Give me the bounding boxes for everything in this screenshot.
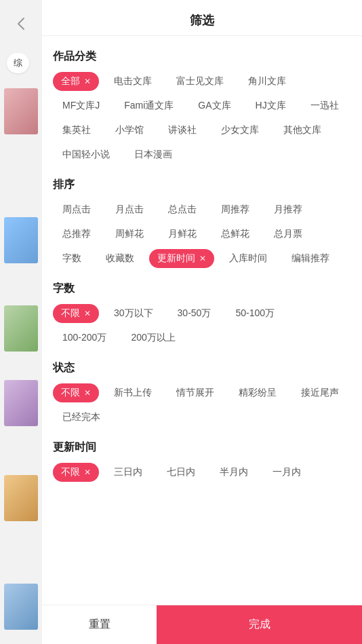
tag-不限-word[interactable]: 不限 ✕ bbox=[53, 304, 99, 323]
book-cover-1 bbox=[4, 88, 38, 134]
tag-情节展开[interactable]: 情节展开 bbox=[167, 383, 224, 402]
close-icon: ✕ bbox=[84, 309, 91, 318]
left-panel: 综 bbox=[0, 0, 42, 644]
tag-小学馆[interactable]: 小学馆 bbox=[106, 121, 153, 140]
tag-hj文库[interactable]: HJ文库 bbox=[246, 96, 296, 115]
tag-编辑推荐[interactable]: 编辑推荐 bbox=[282, 249, 339, 268]
tag-一月内[interactable]: 一月内 bbox=[263, 463, 310, 482]
tag-不限-time[interactable]: 不限 ✕ bbox=[53, 463, 99, 482]
tag-月点击[interactable]: 月点击 bbox=[106, 200, 153, 219]
tag-周点击[interactable]: 周点击 bbox=[53, 200, 100, 219]
tag-ga文库[interactable]: GA文库 bbox=[188, 96, 240, 115]
status-tags: 不限 ✕ 新书上传 情节展开 精彩纷呈 接近尾声 已经完本 bbox=[53, 383, 351, 427]
tag-字数[interactable]: 字数 bbox=[53, 249, 91, 268]
book-cover-5 bbox=[4, 475, 38, 521]
tag-周鲜花[interactable]: 周鲜花 bbox=[106, 225, 153, 244]
tag-一迅社[interactable]: 一迅社 bbox=[301, 96, 348, 115]
section-update-time-title: 更新时间 bbox=[53, 440, 351, 455]
tag-周推荐[interactable]: 周推荐 bbox=[212, 200, 259, 219]
close-icon: ✕ bbox=[84, 388, 91, 398]
tag-总鲜花[interactable]: 总鲜花 bbox=[212, 225, 259, 244]
close-icon: ✕ bbox=[84, 468, 91, 477]
tag-三日内[interactable]: 三日内 bbox=[104, 463, 152, 482]
tag-讲谈社[interactable]: 讲谈社 bbox=[159, 121, 206, 140]
book-cover-3 bbox=[4, 305, 38, 352]
tag-富士见文库[interactable]: 富士见文库 bbox=[167, 72, 233, 91]
tag-fami通文库[interactable]: Fami通文库 bbox=[115, 96, 183, 115]
page-title: 筛选 bbox=[190, 14, 214, 27]
tag-日本漫画[interactable]: 日本漫画 bbox=[125, 145, 182, 164]
back-button[interactable] bbox=[11, 14, 31, 34]
tag-全部[interactable]: 全部 ✕ bbox=[53, 72, 99, 91]
section-word-count-title: 字数 bbox=[53, 282, 351, 296]
tag-精彩纷呈[interactable]: 精彩纷呈 bbox=[229, 383, 286, 402]
section-category-title: 作品分类 bbox=[53, 50, 351, 64]
section-status: 状态 不限 ✕ 新书上传 情节展开 精彩纷呈 接近尾声 已经完本 bbox=[53, 361, 351, 427]
tag-总月票[interactable]: 总月票 bbox=[264, 225, 312, 244]
tab-综[interactable]: 综 bbox=[7, 53, 29, 73]
tag-已经完本[interactable]: 已经完本 bbox=[53, 408, 110, 427]
tag-200万以上[interactable]: 200万以上 bbox=[121, 328, 184, 347]
confirm-button[interactable]: 完成 bbox=[157, 605, 362, 644]
tag-集英社[interactable]: 集英社 bbox=[53, 121, 100, 140]
tag-mf文库j[interactable]: MF文库J bbox=[53, 96, 109, 115]
close-icon: ✕ bbox=[84, 77, 91, 86]
tag-七日内[interactable]: 七日内 bbox=[157, 463, 205, 482]
tag-电击文库[interactable]: 电击文库 bbox=[104, 72, 161, 91]
tag-50-100万[interactable]: 50-100万 bbox=[226, 304, 284, 323]
content-area: 作品分类 全部 ✕ 电击文库 富士见文库 角川文库 MF文库J Fami通文库 … bbox=[42, 36, 362, 605]
header: 筛选 bbox=[42, 0, 362, 36]
footer: 重置 完成 bbox=[42, 605, 362, 644]
close-icon: ✕ bbox=[199, 254, 206, 263]
tag-半月内[interactable]: 半月内 bbox=[210, 463, 258, 482]
tag-月推荐[interactable]: 月推荐 bbox=[264, 200, 312, 219]
sort-tags: 周点击 月点击 总点击 周推荐 月推荐 总推荐 周鲜花 月鲜花 总鲜花 总月票 … bbox=[53, 200, 351, 268]
tag-新书上传[interactable]: 新书上传 bbox=[104, 383, 161, 402]
tag-入库时间[interactable]: 入库时间 bbox=[220, 249, 277, 268]
section-sort-title: 排序 bbox=[53, 178, 351, 192]
tag-总推荐[interactable]: 总推荐 bbox=[53, 225, 100, 244]
right-panel: 筛选 作品分类 全部 ✕ 电击文库 富士见文库 角川文库 MF文库J Fami通… bbox=[42, 0, 362, 644]
tag-更新时间[interactable]: 更新时间 ✕ bbox=[149, 249, 214, 268]
tag-月鲜花[interactable]: 月鲜花 bbox=[159, 225, 206, 244]
tag-接近尾声[interactable]: 接近尾声 bbox=[291, 383, 348, 402]
screen: 综 筛选 作品分类 全部 ✕ 电击文库 富士见文库 bbox=[0, 0, 362, 644]
tag-不限-status[interactable]: 不限 ✕ bbox=[53, 383, 99, 402]
section-status-title: 状态 bbox=[53, 361, 351, 375]
section-word-count: 字数 不限 ✕ 30万以下 30-50万 50-100万 100-200万 20… bbox=[53, 282, 351, 347]
book-cover-6 bbox=[4, 584, 38, 630]
word-count-tags: 不限 ✕ 30万以下 30-50万 50-100万 100-200万 200万以… bbox=[53, 304, 351, 347]
book-cover-4 bbox=[4, 380, 38, 426]
tag-少女文库[interactable]: 少女文库 bbox=[212, 121, 268, 140]
section-category: 作品分类 全部 ✕ 电击文库 富士见文库 角川文库 MF文库J Fami通文库 … bbox=[53, 50, 351, 164]
tag-角川文库[interactable]: 角川文库 bbox=[239, 72, 296, 91]
tag-30-50万[interactable]: 30-50万 bbox=[168, 304, 221, 323]
tag-总点击[interactable]: 总点击 bbox=[159, 200, 206, 219]
tag-收藏数[interactable]: 收藏数 bbox=[96, 249, 144, 268]
tag-中国轻小说[interactable]: 中国轻小说 bbox=[53, 145, 119, 164]
tag-100-200万[interactable]: 100-200万 bbox=[53, 328, 116, 347]
reset-button[interactable]: 重置 bbox=[42, 605, 157, 644]
book-cover-2 bbox=[4, 217, 38, 263]
category-tags: 全部 ✕ 电击文库 富士见文库 角川文库 MF文库J Fami通文库 GA文库 … bbox=[53, 72, 351, 164]
update-time-tags: 不限 ✕ 三日内 七日内 半月内 一月内 bbox=[53, 463, 351, 482]
section-sort: 排序 周点击 月点击 总点击 周推荐 月推荐 总推荐 周鲜花 月鲜花 总鲜花 总… bbox=[53, 178, 351, 268]
tag-其他文库[interactable]: 其他文库 bbox=[274, 121, 331, 140]
section-update-time: 更新时间 不限 ✕ 三日内 七日内 半月内 一月内 bbox=[53, 440, 351, 482]
tag-30万以下[interactable]: 30万以下 bbox=[104, 304, 163, 323]
